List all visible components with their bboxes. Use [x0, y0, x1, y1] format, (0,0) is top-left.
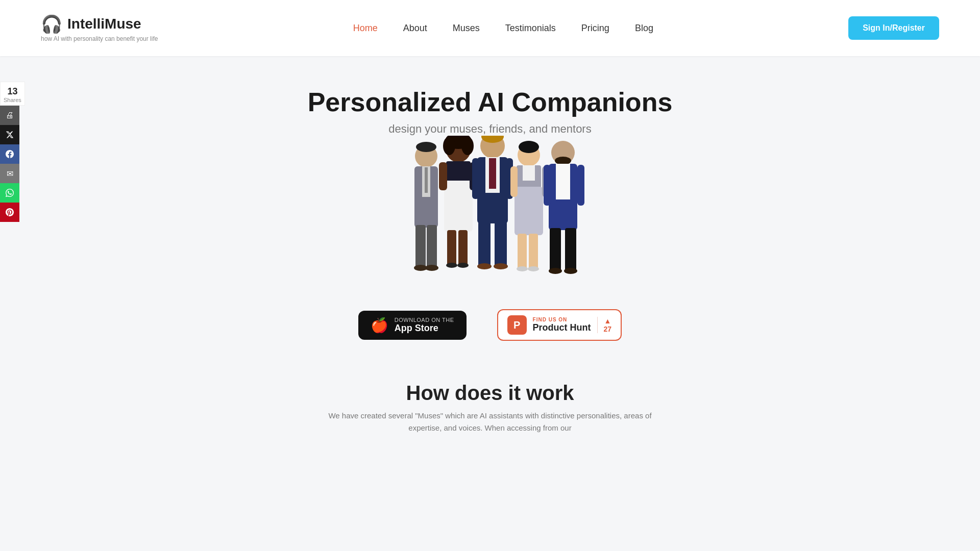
- product-hunt-score: 27: [604, 325, 612, 333]
- logo-subtext: how AI with personality can benefit your…: [41, 35, 158, 42]
- svg-point-8: [425, 265, 438, 271]
- logo-text: IntelliMuse: [67, 16, 141, 32]
- svg-rect-5: [415, 225, 426, 268]
- hero-subtitle: design your muses, friends, and mentors: [388, 122, 591, 136]
- svg-rect-47: [544, 165, 551, 206]
- svg-rect-40: [529, 234, 538, 269]
- svg-point-12: [461, 137, 474, 155]
- nav-muses[interactable]: Muses: [453, 23, 480, 33]
- hero-image: [383, 136, 597, 294]
- nav-testimonials[interactable]: Testimonials: [505, 23, 556, 33]
- how-it-works-title: How does it work: [311, 382, 669, 405]
- logo-area: 🎧 IntelliMuse how AI with personality ca…: [41, 14, 158, 42]
- svg-rect-39: [518, 234, 527, 269]
- svg-point-20: [457, 263, 469, 268]
- svg-point-41: [517, 266, 528, 271]
- navbar: 🎧 IntelliMuse how AI with personality ca…: [0, 0, 980, 56]
- hero-title: Personalized AI Companions: [308, 87, 673, 117]
- app-store-bottom-label: App Store: [395, 323, 454, 334]
- facebook-share-button[interactable]: [0, 144, 19, 164]
- svg-point-42: [528, 266, 539, 271]
- whatsapp-share-button[interactable]: [0, 183, 19, 203]
- app-store-top-label: Download on the: [395, 317, 454, 323]
- svg-rect-26: [472, 158, 479, 199]
- svg-rect-37: [510, 166, 518, 197]
- svg-point-19: [446, 263, 457, 268]
- svg-rect-35: [523, 165, 535, 181]
- svg-rect-46: [556, 164, 570, 199]
- svg-rect-4: [425, 167, 428, 193]
- product-hunt-bottom-label: Product Hunt: [533, 322, 591, 333]
- shares-counter: 13 Shares: [0, 82, 25, 106]
- nav-pricing[interactable]: Pricing: [581, 23, 609, 33]
- nav-home[interactable]: Home: [353, 23, 378, 33]
- svg-rect-48: [577, 165, 584, 206]
- app-store-button[interactable]: 🍎 Download on the App Store: [358, 311, 467, 340]
- svg-rect-17: [447, 230, 456, 266]
- svg-rect-36: [514, 187, 543, 235]
- app-store-text: Download on the App Store: [395, 317, 454, 334]
- svg-rect-13: [446, 161, 471, 182]
- shares-label: Shares: [4, 97, 21, 103]
- main-content: Personalized AI Companions design your m…: [0, 56, 980, 455]
- email-share-button[interactable]: ✉: [0, 164, 19, 183]
- svg-rect-49: [550, 228, 561, 271]
- product-hunt-top-label: FIND US ON: [533, 317, 591, 322]
- svg-rect-28: [478, 221, 491, 267]
- apple-icon: 🍎: [371, 317, 388, 334]
- product-hunt-count: ▲ 27: [597, 317, 612, 333]
- svg-rect-18: [458, 230, 468, 266]
- svg-rect-29: [495, 221, 507, 267]
- pinterest-share-button[interactable]: [0, 203, 19, 222]
- shares-count: 13: [4, 86, 21, 97]
- svg-point-1: [416, 142, 436, 152]
- svg-rect-6: [427, 225, 437, 268]
- product-hunt-button[interactable]: P FIND US ON Product Hunt ▲ 27: [497, 309, 622, 341]
- nav-about[interactable]: About: [403, 23, 427, 33]
- nav-links: Home About Muses Testimonials Pricing Bl…: [353, 23, 653, 34]
- svg-point-30: [477, 263, 492, 269]
- svg-point-51: [549, 268, 562, 274]
- how-it-works-subtitle: We have created several "Muses" which ar…: [311, 410, 669, 434]
- sign-in-button[interactable]: Sign In/Register: [848, 16, 939, 40]
- svg-rect-14: [444, 181, 473, 232]
- product-hunt-logo: P: [507, 315, 527, 335]
- how-it-works-section: How does it work We have created several…: [311, 382, 669, 455]
- svg-point-52: [564, 268, 577, 274]
- cta-buttons: 🍎 Download on the App Store P FIND US ON…: [358, 309, 622, 341]
- logo-icon: 🎧: [41, 14, 62, 34]
- svg-rect-25: [489, 158, 496, 189]
- svg-rect-15: [439, 162, 447, 190]
- svg-point-33: [519, 141, 539, 153]
- print-share-button[interactable]: 🖨: [0, 106, 19, 125]
- upvote-arrow-icon: ▲: [604, 317, 611, 325]
- social-sidebar: 13 Shares 🖨 ✉: [0, 82, 25, 222]
- twitter-share-button[interactable]: [0, 125, 19, 144]
- nav-blog[interactable]: Blog: [635, 23, 653, 33]
- svg-rect-50: [565, 228, 576, 271]
- svg-point-44: [555, 157, 571, 165]
- product-hunt-text: FIND US ON Product Hunt: [533, 317, 591, 333]
- svg-point-11: [443, 137, 455, 155]
- svg-point-31: [494, 263, 508, 269]
